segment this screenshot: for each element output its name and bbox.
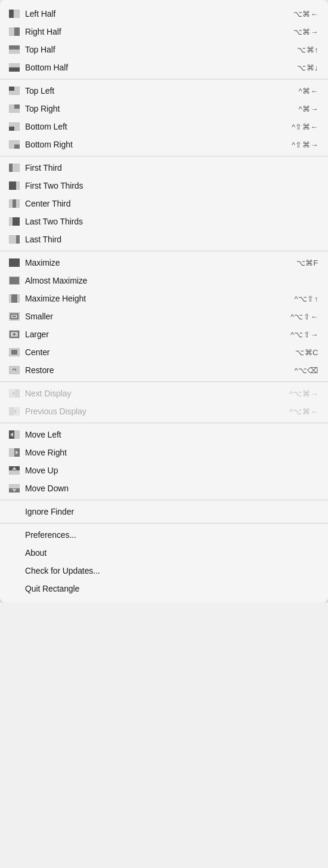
- menu-item-restore[interactable]: Restore ^⌥⌫: [0, 361, 328, 379]
- larger-label: Larger: [25, 330, 290, 339]
- menu-item-center-third[interactable]: Center Third: [0, 195, 328, 213]
- move-up-icon: [8, 464, 20, 476]
- menu-item-first-third[interactable]: First Third: [0, 159, 328, 177]
- menu-item-right-half[interactable]: Right Half ⌥⌘→: [0, 23, 328, 41]
- smaller-icon: [8, 310, 20, 322]
- section-finder: Ignore Finder: [0, 500, 328, 524]
- move-left-label: Move Left: [25, 430, 318, 439]
- svg-rect-9: [9, 87, 14, 91]
- svg-rect-4: [9, 45, 20, 50]
- last-two-thirds-icon: [8, 216, 20, 227]
- menu-item-move-right[interactable]: Move Right: [0, 444, 328, 461]
- last-third-label: Last Third: [25, 235, 318, 244]
- check-updates-label: Check for Updates...: [25, 566, 318, 575]
- svg-rect-1: [14, 10, 20, 18]
- maximize-height-label: Maximize Height: [25, 294, 294, 303]
- menu-item-top-half[interactable]: Top Half ⌥⌘↑: [0, 41, 328, 59]
- svg-rect-3: [14, 27, 20, 36]
- maximize-height-shortcut: ^⌥⇧↑: [294, 294, 318, 303]
- svg-rect-7: [9, 67, 20, 72]
- first-third-label: First Third: [25, 163, 318, 173]
- section-display: Next Display ^⌥⌘→ Previous Display ^⌥⌘←: [0, 382, 328, 423]
- menu-item-top-right[interactable]: Top Right ^⌘→: [0, 100, 328, 118]
- center-label: Center: [25, 347, 295, 357]
- first-two-thirds-label: First Two Thirds: [25, 181, 318, 190]
- section-corners: Top Left ^⌘← Top Right ^⌘→ Bottom Left ^…: [0, 79, 328, 156]
- center-third-label: Center Third: [25, 199, 318, 208]
- svg-rect-21: [13, 199, 16, 208]
- move-right-icon: [8, 447, 20, 458]
- section-maximize: Maximize ⌥⌘F Almost Maximize Maximize He…: [0, 251, 328, 382]
- menu-item-maximize[interactable]: Maximize ⌥⌘F: [0, 254, 328, 272]
- context-menu: Left Half ⌥⌘← Right Half ⌥⌘→ Top Half ⌥⌘…: [0, 0, 328, 602]
- first-third-icon: [8, 162, 20, 174]
- next-display-icon: [8, 387, 20, 399]
- svg-rect-0: [9, 10, 14, 18]
- menu-item-check-updates[interactable]: Check for Updates...: [0, 562, 328, 580]
- bottom-left-icon: [8, 121, 20, 133]
- top-left-icon: [8, 85, 20, 97]
- svg-rect-40: [9, 366, 20, 374]
- top-right-shortcut: ^⌘→: [298, 104, 318, 113]
- menu-item-top-left[interactable]: Top Left ^⌘←: [0, 82, 328, 100]
- top-left-shortcut: ^⌘←: [298, 87, 318, 96]
- menu-item-move-up[interactable]: Move Up: [0, 461, 328, 479]
- menu-item-larger[interactable]: Larger ^⌥⇧→: [0, 325, 328, 343]
- smaller-label: Smaller: [25, 312, 290, 321]
- bottom-left-label: Bottom Left: [25, 122, 292, 131]
- move-down-label: Move Down: [25, 484, 318, 493]
- svg-rect-19: [9, 181, 16, 190]
- svg-rect-6: [9, 63, 20, 67]
- top-right-label: Top Right: [25, 104, 298, 113]
- menu-item-preferences[interactable]: Preferences...: [0, 526, 328, 544]
- first-two-thirds-icon: [8, 180, 20, 192]
- top-half-shortcut: ⌥⌘↑: [297, 45, 318, 54]
- bottom-half-shortcut: ⌥⌘↓: [297, 63, 318, 72]
- menu-item-left-half[interactable]: Left Half ⌥⌘←: [0, 5, 328, 23]
- menu-item-previous-display[interactable]: Previous Display ^⌥⌘←: [0, 402, 328, 420]
- menu-item-first-two-thirds[interactable]: First Two Thirds: [0, 177, 328, 195]
- menu-item-bottom-left[interactable]: Bottom Left ^⇧⌘←: [0, 118, 328, 136]
- menu-item-move-down[interactable]: Move Down: [0, 479, 328, 497]
- top-left-label: Top Left: [25, 86, 298, 96]
- menu-item-ignore-finder[interactable]: Ignore Finder: [0, 503, 328, 521]
- prev-display-icon: [8, 405, 20, 417]
- menu-item-smaller[interactable]: Smaller ^⌥⇧←: [0, 307, 328, 325]
- smaller-shortcut: ^⌥⇧←: [290, 312, 318, 321]
- center-shortcut: ⌥⌘C: [295, 348, 318, 357]
- menu-item-maximize-height[interactable]: Maximize Height ^⌥⇧↑: [0, 290, 328, 307]
- svg-rect-5: [9, 50, 20, 54]
- svg-rect-42: [15, 389, 20, 398]
- next-display-label: Next Display: [25, 389, 289, 398]
- svg-rect-11: [14, 104, 20, 109]
- ignore-finder-label: Ignore Finder: [25, 507, 318, 516]
- left-half-icon: [8, 8, 20, 20]
- top-half-label: Top Half: [25, 45, 297, 54]
- left-half-shortcut: ⌥⌘←: [293, 10, 319, 19]
- bottom-half-icon: [8, 61, 20, 73]
- menu-item-center[interactable]: Center ⌥⌘C: [0, 343, 328, 361]
- menu-item-move-left[interactable]: Move Left: [0, 426, 328, 444]
- svg-rect-17: [9, 164, 13, 172]
- menu-item-bottom-right[interactable]: Bottom Right ^⇧⌘→: [0, 136, 328, 153]
- menu-item-quit[interactable]: Quit Rectangle: [0, 580, 328, 598]
- svg-rect-13: [9, 127, 14, 131]
- almost-maximize-icon: [8, 275, 20, 287]
- maximize-shortcut: ⌥⌘F: [296, 258, 318, 267]
- about-label: About: [25, 548, 318, 558]
- maximize-label: Maximize: [25, 258, 296, 267]
- left-half-label: Left Half: [25, 9, 293, 19]
- menu-item-about[interactable]: About: [0, 544, 328, 562]
- top-half-icon: [8, 44, 20, 56]
- menu-item-bottom-half[interactable]: Bottom Half ⌥⌘↓: [0, 59, 328, 76]
- menu-item-almost-maximize[interactable]: Almost Maximize: [0, 272, 328, 290]
- prev-display-label: Previous Display: [25, 407, 289, 416]
- svg-rect-45: [9, 407, 14, 415]
- preferences-label: Preferences...: [25, 530, 318, 540]
- move-left-icon: [8, 429, 20, 441]
- menu-item-last-third[interactable]: Last Third: [0, 230, 328, 248]
- restore-shortcut: ^⌥⌫: [294, 366, 318, 375]
- menu-item-next-display[interactable]: Next Display ^⌥⌘→: [0, 384, 328, 402]
- menu-item-last-two-thirds[interactable]: Last Two Thirds: [0, 213, 328, 230]
- almost-maximize-label: Almost Maximize: [25, 276, 318, 285]
